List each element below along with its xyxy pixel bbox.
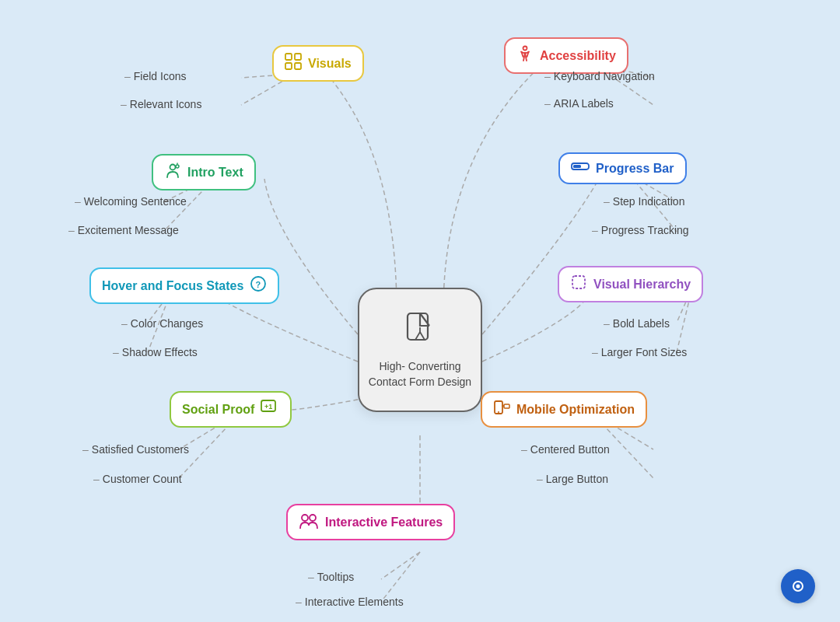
leaf-field-icons: Field Icons [124,70,187,82]
svg-point-45 [302,515,308,521]
leaf-satisfied-customers: Satisfied Customers [82,443,189,456]
node-progress-bar-label: Progress Bar [596,162,674,176]
leaf-color-changes: Color Changes [121,317,203,330]
leaf-progress-tracking: Progress Tracking [592,224,689,236]
node-social-proof-label: Social Proof [182,403,254,417]
node-mobile-opt-label: Mobile Optimization [516,403,635,417]
node-visuals[interactable]: Visuals [272,45,364,82]
social-proof-icon: +1 [261,399,279,420]
chat-button[interactable] [781,569,815,603]
node-visual-hierarchy[interactable]: Visual Hierarchy [558,266,703,302]
intro-text-icon [164,162,181,183]
accessibility-icon [516,45,534,66]
leaf-welcoming: Welcoming Sentence [75,195,187,208]
node-intro-text[interactable]: Intro Text [152,154,256,190]
hover-focus-icon: ? [250,275,267,296]
svg-rect-22 [285,54,292,60]
leaf-tooltips: Tooltips [308,571,354,583]
mobile-opt-icon [493,399,510,420]
mind-map: .dashed { stroke: #aaa; stroke-width: 1.… [0,0,840,622]
interactive-icon [299,512,319,533]
progress-bar-icon [571,160,590,176]
svg-point-31 [170,165,176,170]
leaf-large-button: Large Button [537,473,608,485]
leaf-aria-labels: ARIA Labels [544,97,614,110]
leaf-shadow-effects: Shadow Effects [113,346,198,358]
svg-rect-23 [295,54,301,60]
svg-point-49 [796,585,800,589]
leaf-customer-count: Customer Count [93,473,182,485]
leaf-bold-labels: Bold Labels [604,317,670,330]
svg-rect-24 [285,63,292,69]
node-social-proof[interactable]: Social Proof +1 [170,391,292,428]
svg-rect-38 [572,276,585,288]
node-visuals-label: Visuals [308,57,352,71]
svg-text:?: ? [256,280,261,289]
svg-point-32 [176,165,179,168]
leaf-keyboard-nav: Keyboard Navigation [544,70,655,82]
node-accessibility[interactable]: Accessibility [504,37,628,74]
center-icon [404,310,436,353]
center-node: High- Converting Contact Form Design [358,288,482,412]
leaf-relevant-icons: Relevant Icons [121,98,201,110]
leaf-centered-button: Centered Button [521,443,610,456]
svg-rect-25 [295,63,301,69]
node-progress-bar[interactable]: Progress Bar [558,152,687,184]
node-intro-text-label: Intro Text [187,166,243,180]
node-accessibility-label: Accessibility [540,49,616,63]
node-visual-hierarchy-label: Visual Hierarchy [593,278,691,292]
svg-marker-20 [415,332,425,340]
leaf-interactive-elements: Interactive Elements [296,596,404,608]
center-label: High- Converting Contact Form Design [359,359,481,390]
svg-line-16 [381,552,420,579]
node-interactive[interactable]: Interactive Features [286,504,455,540]
leaf-excitement: Excitement Message [68,224,179,236]
svg-rect-43 [504,404,509,408]
svg-text:+1: +1 [264,403,272,411]
visual-hierarchy-icon [570,274,587,295]
node-hover-focus[interactable]: Hover and Focus States ? [89,267,279,304]
svg-rect-35 [573,165,581,168]
node-mobile-opt[interactable]: Mobile Optimization [481,391,647,428]
visuals-icon [285,53,302,74]
svg-point-46 [310,515,316,521]
node-hover-focus-label: Hover and Focus States [102,279,243,293]
node-interactive-label: Interactive Features [325,515,443,529]
leaf-step-indication: Step Indication [604,195,684,208]
svg-point-26 [523,47,527,51]
svg-line-17 [381,552,420,602]
leaf-larger-font-sizes: Larger Font Sizes [592,346,687,358]
